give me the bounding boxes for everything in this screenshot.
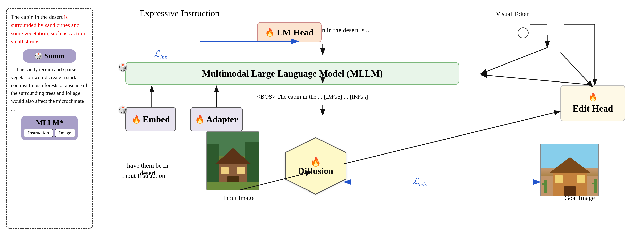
lm-head-label: LM Head: [276, 27, 314, 38]
dice-icon-summ: 🎲: [34, 52, 42, 60]
edit-head-box: 🔥 Edit Head: [560, 85, 625, 121]
flame-edit-head: 🔥: [588, 92, 598, 102]
diagram-container: The cabin in the desert is surrounded by…: [0, 0, 644, 236]
mllm-star-title: MLLM*: [26, 118, 73, 127]
left-dashed-box: The cabin in the desert is surrounded by…: [6, 8, 93, 228]
flame-adapter: 🔥: [195, 115, 204, 124]
adapter-box: 🔥 Adapter: [190, 107, 243, 132]
embed-box: 🔥 Embed: [126, 107, 176, 132]
svg-rect-11: [207, 182, 259, 190]
svg-rect-21: [594, 180, 597, 192]
plus-circle: +: [518, 27, 529, 38]
input-image-forest-cabin: [206, 132, 259, 190]
svg-line-37: [560, 52, 593, 87]
input-image-label: Input Image: [216, 194, 261, 202]
svg-rect-20: [542, 184, 547, 185]
summ-label: Summ: [44, 52, 65, 60]
input-instruction-label: Input Instruction: [115, 172, 172, 180]
mllm-main-box: Multimodal Large Language Model (MLLM): [126, 62, 459, 84]
plus-symbol: +: [521, 29, 525, 36]
svg-line-38: [480, 48, 547, 74]
svg-text:Diffusion: Diffusion: [298, 166, 333, 176]
edit-head-label: Edit Head: [572, 103, 613, 114]
main-area: Expressive Instruction The cabin in the …: [99, 6, 637, 234]
svg-line-33: [344, 111, 560, 164]
embed-label: Embed: [143, 114, 170, 124]
diffusion-hex-svg: 🔥 Diffusion: [281, 136, 350, 196]
left-text-block: The cabin in the desert is surrounded by…: [11, 13, 88, 46]
l-ins-label: ℒins: [154, 48, 167, 60]
svg-text:🔥: 🔥: [310, 156, 321, 167]
svg-rect-16: [564, 186, 576, 196]
image-box: Image: [55, 128, 75, 137]
summ-block: 🎲 Summ: [23, 49, 76, 63]
l-edit-label: ℒedit: [413, 176, 428, 188]
svg-rect-10: [237, 167, 245, 174]
dice-icon-embed: 🎲: [118, 105, 128, 115]
lm-head-box: 🔥 LM Head: [257, 22, 322, 42]
goal-image-desert-cabin: [540, 144, 599, 196]
cabin-text-black: The cabin in the desert: [11, 14, 64, 20]
visual-token-label: Visual Token: [496, 10, 530, 18]
svg-line-35: [480, 75, 593, 85]
desert-cabin-svg: [540, 144, 599, 196]
expressive-title: Expressive Instruction: [140, 8, 220, 18]
flame-lm-head: 🔥: [265, 28, 274, 37]
mllm-main-label: Multimodal Large Language Model (MLLM): [202, 68, 383, 79]
bos-text: <BOS> The cabin in the ... [IMG₀] ... [I…: [257, 93, 368, 100]
cabin-text-red2: some vegetation, such as cacti or small …: [11, 30, 86, 45]
svg-rect-9: [220, 167, 229, 174]
svg-rect-17: [555, 175, 563, 184]
svg-rect-22: [592, 183, 597, 184]
diffusion-hex: 🔥 Diffusion: [281, 136, 350, 197]
adapter-label: Adapter: [206, 114, 238, 124]
instruction-box: Instruction: [24, 128, 53, 137]
desc-text: ... The sandy terrain and sparse vegetat…: [11, 66, 88, 113]
flame-embed: 🔥: [132, 115, 141, 124]
dice-icon-mllm: 🎲: [118, 63, 128, 72]
svg-rect-18: [577, 175, 585, 184]
mllm-star-block: MLLM* Instruction Image: [21, 116, 78, 140]
svg-rect-19: [544, 180, 547, 192]
forest-cabin-svg: [207, 132, 259, 190]
